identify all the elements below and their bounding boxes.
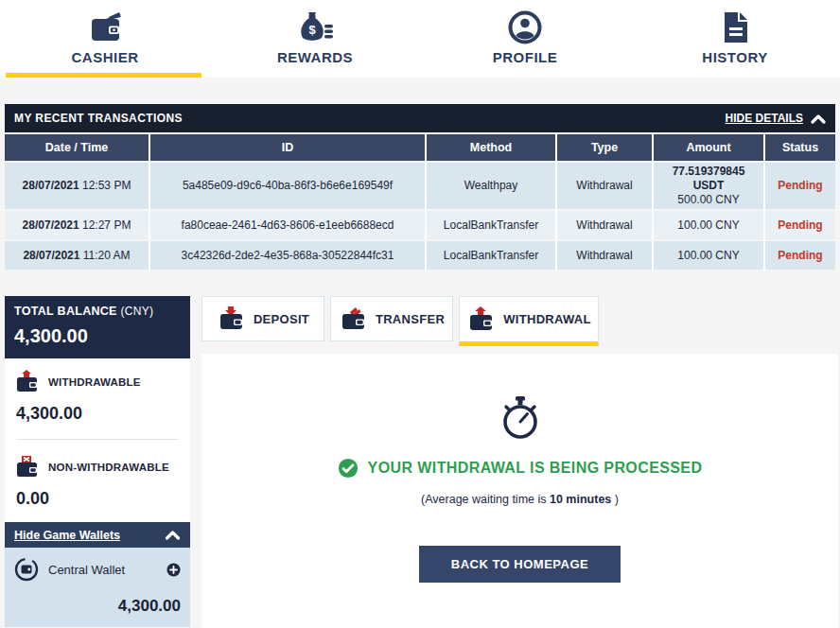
non-withdrawable-wallet-icon [14, 455, 40, 480]
cell-amount: 100.00 CNY [654, 241, 763, 270]
transactions-titlebar: MY RECENT TRANSACTIONS HIDE DETAILS [5, 104, 835, 132]
hide-details-label: HIDE DETAILS [726, 112, 803, 125]
column-header-type: Type [557, 134, 652, 161]
total-balance-block: TOTAL BALANCE (CNY) 4,300.00 [5, 296, 190, 358]
divider [16, 439, 179, 440]
wallet-icon [85, 9, 125, 46]
waiting-time-text: (Average waiting time is 10 minutes ) [421, 493, 619, 506]
rewards-icon: $ [296, 9, 334, 46]
status-badge: Pending [765, 163, 835, 209]
cell-id: 5a485e09-d9c6-40ba-86f3-b6e6e169549f [150, 163, 425, 209]
active-tab-underline [6, 73, 201, 78]
total-balance-value: 4,300.00 [14, 325, 181, 347]
tab-transfer[interactable]: TRANSFER [330, 296, 453, 341]
withdrawable-value: 4,300.00 [16, 404, 181, 424]
lower-layout: TOTAL BALANCE (CNY) 4,300.00 WITHDRAWABL… [0, 296, 840, 628]
cell-type: Withdrawal [557, 241, 652, 270]
wallet-tabs: DEPOSIT TRANSFER [201, 296, 838, 346]
tab-transfer-label: TRANSFER [376, 312, 445, 326]
cell-method: LocalBankTransfer [427, 211, 555, 239]
chevron-up-icon [165, 530, 181, 540]
central-wallet-row: Central Wallet [14, 557, 181, 582]
nav-item-history[interactable]: HISTORY [630, 0, 840, 78]
non-withdrawable-value: 0.00 [16, 489, 181, 509]
status-badge: Pending [765, 241, 835, 270]
table-row: 28/07/2021 11:20 AM 3c42326d-2de2-4e35-8… [5, 241, 835, 270]
cell-amount: 100.00 CNY [654, 211, 763, 239]
check-circle-icon [338, 458, 359, 479]
status-badge: Pending [765, 211, 835, 239]
withdrawal-wallet-icon [466, 306, 495, 333]
nav-item-cashier[interactable]: CASHIER [0, 0, 210, 78]
cell-id: fa80ceae-2461-4d63-8606-e1eeb6688ecd [150, 211, 425, 239]
deposit-wallet-icon [217, 305, 245, 332]
history-icon [719, 9, 751, 46]
cell-type: Withdrawal [557, 163, 652, 209]
cell-id: 3c42326d-2de2-4e35-868a-30522844fc31 [150, 241, 425, 270]
non-withdrawable-row: NON-WITHDRAWABLE [14, 455, 181, 480]
withdrawal-status-panel: YOUR WITHDRAWAL IS BEING PROCESSED (Aver… [201, 354, 838, 628]
svg-text:$: $ [308, 23, 316, 37]
central-wallet-value: 4,300.00 [14, 597, 181, 616]
column-header-method: Method [427, 134, 555, 161]
tab-deposit-label: DEPOSIT [254, 312, 309, 326]
column-header-amount: Amount [654, 134, 763, 161]
nav-label-rewards: REWARDS [277, 49, 353, 65]
hide-game-wallets-label: Hide Game Wallets [14, 529, 120, 542]
withdrawable-wallet-icon [14, 370, 40, 394]
back-to-homepage-button[interactable]: BACK TO HOMEPAGE [419, 546, 621, 583]
recent-transactions-panel: MY RECENT TRANSACTIONS HIDE DETAILS Date… [5, 104, 835, 270]
nav-item-profile[interactable]: PROFILE [420, 0, 630, 78]
withdrawable-row: WITHDRAWABLE [14, 370, 181, 394]
nav-label-cashier: CASHIER [71, 49, 138, 65]
tab-withdrawal-label: WITHDRAWAL [503, 312, 591, 326]
total-balance-currency: (CNY) [121, 305, 154, 318]
transactions-title: MY RECENT TRANSACTIONS [14, 112, 183, 125]
nav-item-rewards[interactable]: $ REWARDS [210, 0, 420, 78]
non-withdrawable-label: NON-WITHDRAWABLE [48, 462, 169, 473]
central-wallet-label: Central Wallet [48, 563, 157, 577]
cell-date-time: 28/07/2021 12:27 PM [5, 211, 149, 239]
cell-date-time: 28/07/2021 12:53 PM [5, 163, 149, 209]
transactions-header-row: Date / Time ID Method Type Amount Status [5, 134, 835, 161]
nav-label-history: HISTORY [702, 49, 767, 65]
tab-withdrawal[interactable]: WITHDRAWAL [459, 296, 599, 346]
profile-icon [507, 9, 543, 46]
add-icon[interactable] [166, 563, 181, 577]
withdrawable-label: WITHDRAWABLE [48, 376, 141, 388]
table-row: 28/07/2021 12:27 PM fa80ceae-2461-4d63-8… [5, 211, 835, 239]
cell-method: LocalBankTransfer [427, 241, 555, 270]
table-row: 28/07/2021 12:53 PM 5a485e09-d9c6-40ba-8… [5, 163, 835, 209]
central-wallet-icon [14, 557, 39, 582]
transfer-wallet-icon [339, 305, 367, 332]
column-header-date: Date / Time [5, 134, 149, 161]
balance-sidebar: TOTAL BALANCE (CNY) 4,300.00 WITHDRAWABL… [5, 296, 190, 628]
tab-deposit[interactable]: DEPOSIT [201, 296, 324, 341]
central-wallet-section: Central Wallet 4,300.00 [5, 548, 190, 627]
top-navigation: CASHIER $ REWARDS PROFILE [0, 0, 840, 78]
total-balance-label: TOTAL BALANCE (CNY) [14, 305, 181, 318]
nav-label-profile: PROFILE [493, 49, 558, 65]
cell-method: Wealthpay [427, 163, 555, 209]
main-content: DEPOSIT TRANSFER [201, 296, 838, 628]
hide-details-button[interactable]: HIDE DETAILS [726, 112, 826, 125]
cell-type: Withdrawal [557, 211, 652, 239]
chevron-up-icon [811, 113, 826, 124]
column-header-status: Status [765, 134, 835, 161]
cell-date-time: 28/07/2021 11:20 AM [5, 241, 149, 270]
column-header-id: ID [150, 134, 425, 161]
stopwatch-icon [498, 395, 543, 441]
processing-message: YOUR WITHDRAWAL IS BEING PROCESSED [368, 460, 703, 477]
cell-amount: 77.519379845 USDT 500.00 CNY [654, 163, 763, 209]
hide-game-wallets-toggle[interactable]: Hide Game Wallets [5, 522, 190, 548]
balance-box: WITHDRAWABLE 4,300.00 NON-WITHDRAWABLE 0… [5, 358, 190, 522]
processing-message-row: YOUR WITHDRAWAL IS BEING PROCESSED [338, 458, 703, 479]
